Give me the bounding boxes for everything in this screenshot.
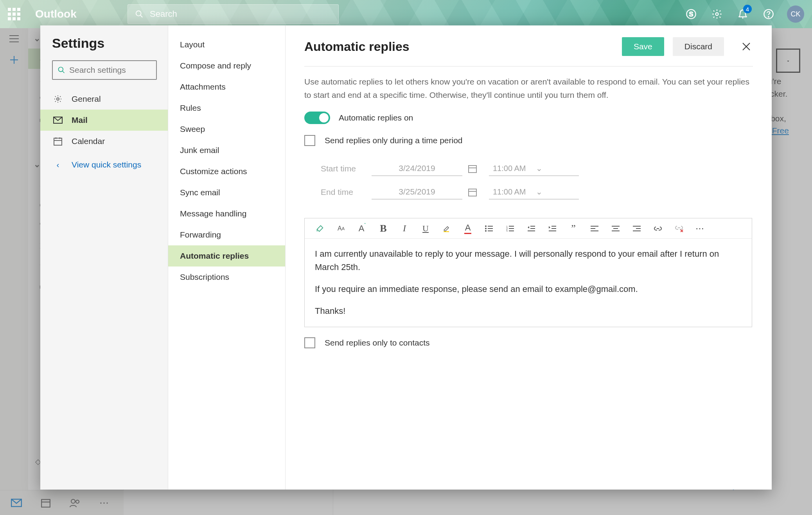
reply-paragraph: I am currently unavailable to reply to y… <box>315 247 742 274</box>
section-customize-actions[interactable]: Customize actions <box>168 161 285 182</box>
section-compose-reply[interactable]: Compose and reply <box>168 55 285 76</box>
outdent-button[interactable] <box>526 223 536 234</box>
indent-button[interactable] <box>547 223 557 234</box>
section-attachments[interactable]: Attachments <box>168 76 285 97</box>
svg-text:3: 3 <box>506 230 508 232</box>
svg-rect-31 <box>444 231 449 232</box>
category-calendar[interactable]: Calendar <box>40 131 168 152</box>
start-time-label: Start time <box>321 164 372 173</box>
category-general[interactable]: General <box>40 88 168 110</box>
font-size-icon[interactable]: Aˆ <box>357 223 367 234</box>
start-time-value: 11:00 AM <box>493 164 532 173</box>
svg-line-18 <box>63 71 65 73</box>
insert-link-button[interactable] <box>653 223 663 234</box>
section-automatic-replies[interactable]: Automatic replies <box>168 245 285 267</box>
settings-search-input[interactable] <box>69 65 172 75</box>
svg-text:S: S <box>689 11 693 18</box>
autoreply-toggle-label: Automatic replies on <box>339 113 413 122</box>
app-launcher-button[interactable] <box>0 0 28 28</box>
section-forwarding[interactable]: Forwarding <box>168 224 285 245</box>
autoreply-toggle[interactable] <box>304 112 330 124</box>
section-layout[interactable]: Layout <box>168 34 285 55</box>
svg-point-19 <box>57 98 59 100</box>
view-quick-settings-link[interactable]: ‹ View quick settings <box>40 154 168 175</box>
settings-button[interactable] <box>704 0 730 28</box>
svg-rect-29 <box>469 189 476 196</box>
section-subscriptions[interactable]: Subscriptions <box>168 267 285 288</box>
calendar-icon[interactable] <box>468 187 477 197</box>
search-icon <box>135 10 144 18</box>
calendar-icon[interactable] <box>468 164 477 173</box>
svg-rect-27 <box>469 166 476 173</box>
settings-search[interactable] <box>52 60 157 80</box>
section-message-handling[interactable]: Message handling <box>168 203 285 224</box>
settings-title: Settings <box>52 36 161 51</box>
font-color-button[interactable]: A <box>463 223 473 234</box>
svg-point-17 <box>59 67 63 72</box>
format-painter-icon[interactable] <box>315 223 325 234</box>
account-avatar[interactable]: CK <box>787 5 804 23</box>
search-box[interactable] <box>128 4 339 24</box>
align-center-button[interactable] <box>611 223 621 234</box>
mail-icon <box>52 116 64 124</box>
svg-line-1 <box>140 15 143 18</box>
settings-sections: Layout Compose and reply Attachments Rul… <box>168 25 286 490</box>
notifications-button[interactable]: 4 <box>730 0 756 28</box>
section-rules[interactable]: Rules <box>168 97 285 119</box>
svg-point-34 <box>485 228 487 229</box>
help-button[interactable] <box>756 0 781 28</box>
start-date-input[interactable] <box>372 161 462 176</box>
end-time-label: End time <box>321 187 372 197</box>
category-label: Calendar <box>72 137 105 146</box>
toggle-knob <box>319 113 329 122</box>
chevron-down-icon: ⌄ <box>536 164 575 173</box>
calendar-icon <box>52 137 64 146</box>
end-time-dropdown[interactable]: 11:00 AM ⌄ <box>489 185 579 200</box>
svg-point-36 <box>485 230 487 232</box>
align-right-button[interactable] <box>632 223 642 234</box>
section-sync-email[interactable]: Sync email <box>168 182 285 203</box>
section-sweep[interactable]: Sweep <box>168 119 285 140</box>
bulleted-list-button[interactable] <box>484 223 494 234</box>
contacts-only-checkbox[interactable] <box>304 337 315 348</box>
bold-button[interactable]: B <box>378 223 388 234</box>
svg-point-32 <box>485 225 487 227</box>
svg-rect-21 <box>54 138 62 145</box>
category-mail[interactable]: Mail <box>40 110 168 131</box>
contacts-only-label: Send replies only to contacts <box>325 338 430 348</box>
end-date-input[interactable] <box>372 185 462 200</box>
search-input[interactable] <box>150 9 331 19</box>
panel-description: Use automatic replies to let others know… <box>304 75 753 101</box>
save-button[interactable]: Save <box>622 37 664 56</box>
reply-paragraph: Thanks! <box>315 304 742 318</box>
chevron-left-icon: ‹ <box>52 160 64 169</box>
discard-button[interactable]: Discard <box>673 37 724 56</box>
align-left-button[interactable] <box>589 223 600 234</box>
highlight-button[interactable] <box>442 223 452 234</box>
italic-button[interactable]: I <box>399 223 410 234</box>
gear-icon <box>52 94 64 104</box>
quick-settings-label: View quick settings <box>72 160 141 169</box>
remove-link-button[interactable] <box>674 223 684 234</box>
chevron-down-icon: ⌄ <box>536 187 575 196</box>
settings-detail: Automatic replies Save Discard Use autom… <box>286 25 772 490</box>
editor-toolbar: AA Aˆ B I U A 123 ” ⋯ <box>305 218 752 239</box>
section-junk-email[interactable]: Junk email <box>168 140 285 161</box>
underline-button[interactable]: U <box>420 223 431 234</box>
time-period-checkbox[interactable] <box>304 135 315 146</box>
start-time-dropdown[interactable]: 11:00 AM ⌄ <box>489 161 579 176</box>
numbered-list-button[interactable]: 123 <box>505 223 515 234</box>
quote-button[interactable]: ” <box>568 223 578 234</box>
category-label: General <box>72 94 101 104</box>
svg-point-6 <box>768 16 769 18</box>
font-family-icon[interactable]: AA <box>336 223 346 234</box>
reply-editor: AA Aˆ B I U A 123 ” ⋯ I am curren <box>304 218 752 327</box>
top-bar: Outlook S 4 CK <box>0 0 812 28</box>
close-button[interactable] <box>740 40 753 53</box>
notification-badge: 4 <box>743 5 752 13</box>
reply-body[interactable]: I am currently unavailable to reply to y… <box>305 239 752 326</box>
skype-button[interactable]: S <box>678 0 704 28</box>
app-name: Outlook <box>35 8 121 20</box>
more-formatting-button[interactable]: ⋯ <box>695 223 705 234</box>
settings-dialog: Settings General Mail Calendar <box>40 25 772 490</box>
